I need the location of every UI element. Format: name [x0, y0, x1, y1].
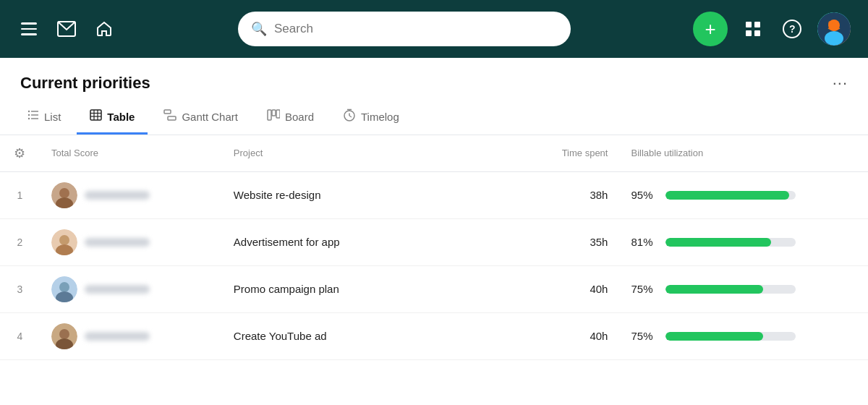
svg-rect-17: [90, 110, 101, 120]
billable-pct-4: 75%: [631, 330, 657, 342]
svg-point-14: [28, 111, 30, 112]
billable-pct-1: 95%: [631, 189, 657, 201]
user-cell-3: [40, 265, 222, 312]
tab-gantt-label: Gantt Chart: [182, 111, 238, 123]
col-total-score: Total Score: [40, 135, 222, 172]
user-name-3: [85, 285, 150, 294]
tab-table-label: Table: [107, 111, 135, 123]
tab-list[interactable]: List: [14, 102, 74, 135]
user-name-2: [85, 238, 150, 247]
progress-bar-bg-4: [665, 332, 796, 341]
user-avatar-1: [51, 182, 77, 208]
user-cell-1: [40, 171, 222, 218]
hamburger-icon[interactable]: [17, 17, 41, 40]
data-table: ⚙ Total Score Project Time spent Billabl…: [0, 135, 868, 360]
help-icon[interactable]: ?: [778, 15, 806, 43]
table-row: 2 Advertisement for app35h 81%: [0, 218, 868, 265]
time-spent-cell-3: 40h: [487, 265, 619, 312]
tab-gantt[interactable]: Gantt Chart: [150, 102, 251, 135]
progress-bar-fill-1: [665, 191, 789, 200]
col-project: Project: [222, 135, 487, 172]
col-settings[interactable]: ⚙: [0, 135, 40, 172]
user-cell-4: [40, 312, 222, 359]
project-cell-2: Advertisement for app: [222, 218, 487, 265]
topnav: 🔍 + ?: [0, 0, 868, 58]
billable-cell-2: 81%: [619, 218, 868, 265]
billable-pct-2: 81%: [631, 236, 657, 248]
main-content: Current priorities ··· List: [0, 58, 868, 405]
time-spent-cell-2: 35h: [487, 218, 619, 265]
timelog-icon: [343, 108, 356, 124]
add-button[interactable]: +: [693, 12, 728, 46]
svg-rect-22: [164, 110, 171, 114]
list-icon: [27, 109, 39, 124]
gantt-icon: [163, 109, 176, 124]
svg-point-39: [59, 282, 69, 292]
rank-cell-3: 3: [0, 265, 40, 312]
progress-bar-fill-2: [665, 238, 771, 247]
page-title: Current priorities: [20, 74, 150, 93]
time-spent-cell-4: 40h: [487, 312, 619, 359]
tab-list-label: List: [44, 111, 61, 123]
search-input[interactable]: [274, 22, 558, 36]
settings-icon[interactable]: ⚙: [14, 146, 25, 161]
billable-cell-1: 95%: [619, 171, 868, 218]
svg-point-15: [28, 114, 30, 116]
search-bar-wrap: 🔍: [130, 12, 678, 46]
col-billable: Billable utilization: [619, 135, 868, 172]
svg-point-9: [825, 31, 843, 46]
rank-cell-2: 2: [0, 218, 40, 265]
table-row: 3 Promo campaign plan40h 75%: [0, 265, 868, 312]
svg-rect-3: [746, 30, 752, 36]
tab-timelog-label: Timelog: [361, 111, 399, 123]
svg-rect-4: [754, 30, 760, 36]
project-cell-3: Promo campaign plan: [222, 265, 487, 312]
svg-point-33: [59, 188, 69, 198]
search-bar[interactable]: 🔍: [238, 12, 571, 46]
svg-text:?: ?: [789, 23, 796, 35]
rank-cell-1: 1: [0, 171, 40, 218]
tabs-bar: List Table Gantt: [0, 101, 868, 135]
billable-cell-4: 75%: [619, 312, 868, 359]
mail-icon[interactable]: [55, 17, 78, 40]
svg-rect-24: [268, 110, 271, 120]
user-name-1: [85, 191, 150, 200]
topnav-left: [17, 17, 116, 40]
time-spent-cell-1: 38h: [487, 171, 619, 218]
progress-bar-bg-1: [665, 191, 796, 200]
user-name-4: [85, 332, 150, 341]
billable-cell-3: 75%: [619, 265, 868, 312]
tab-table[interactable]: Table: [77, 102, 148, 135]
progress-bar-fill-3: [665, 285, 763, 294]
user-avatar-4: [51, 323, 77, 349]
more-options-button[interactable]: ···: [833, 74, 848, 93]
table-row: 1 Website re-design38h 95%: [0, 171, 868, 218]
svg-rect-1: [746, 22, 752, 27]
col-time-spent: Time spent: [487, 135, 619, 172]
svg-line-31: [349, 116, 352, 117]
svg-rect-2: [754, 22, 760, 27]
board-icon: [267, 109, 280, 124]
plus-icon: +: [705, 18, 715, 40]
topnav-right: + ?: [693, 12, 851, 46]
billable-pct-3: 75%: [631, 283, 657, 295]
grid-icon[interactable]: [739, 15, 767, 43]
svg-point-42: [59, 329, 69, 339]
user-cell-2: [40, 218, 222, 265]
home-icon[interactable]: [93, 17, 116, 40]
table-row: 4 Create YouTube ad40h 75%: [0, 312, 868, 359]
user-avatar-2: [51, 229, 77, 255]
tab-board[interactable]: Board: [254, 102, 327, 135]
progress-bar-fill-4: [665, 332, 763, 341]
tab-board-label: Board: [285, 111, 314, 123]
page-header: Current priorities ···: [0, 58, 868, 101]
tab-timelog[interactable]: Timelog: [330, 101, 412, 135]
user-avatar-nav[interactable]: [817, 12, 851, 46]
user-avatar-3: [51, 276, 77, 302]
svg-rect-25: [272, 110, 276, 116]
progress-bar-bg-2: [665, 238, 796, 247]
svg-point-10: [828, 21, 833, 25]
progress-bar-bg-3: [665, 285, 796, 294]
project-cell-1: Website re-design: [222, 171, 487, 218]
rank-cell-4: 4: [0, 312, 40, 359]
